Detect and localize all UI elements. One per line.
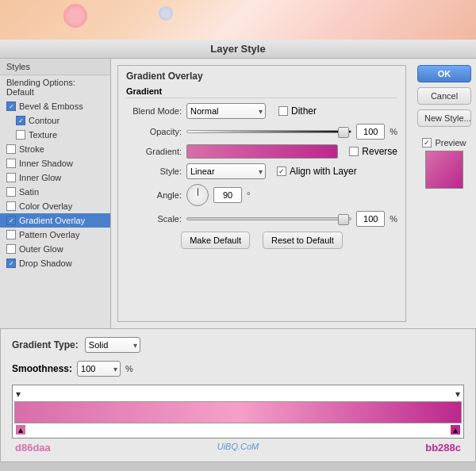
sidebar-item-pattern-overlay[interactable]: Pattern Overlay [0, 228, 110, 242]
preview-box [425, 151, 463, 189]
reset-to-default-button[interactable]: Reset to Default [263, 232, 343, 249]
sidebar-item-color-overlay[interactable]: Color Overlay [0, 199, 110, 213]
color-left-label: d86daa [15, 442, 51, 454]
reverse-checkbox[interactable] [349, 147, 359, 156]
style-select[interactable]: Linear Radial Angle Reflected Diamond [186, 163, 266, 179]
gradient-label: Gradient: [126, 147, 182, 156]
gradient-type-label: Gradient Type: [12, 339, 79, 350]
dialog-body: Styles Blending Options: DefaultBevel & … [0, 59, 476, 328]
reverse-label: Reverse [362, 146, 397, 157]
preview-section: Preview [417, 138, 471, 189]
sidebar-item-gradient-overlay[interactable]: Gradient Overlay [0, 213, 110, 228]
dither-checkbox[interactable] [278, 106, 288, 116]
sidebar-item-contour[interactable]: Contour [0, 113, 110, 128]
smoothness-select[interactable]: 100 75 50 25 [77, 361, 121, 377]
opacity-label: Opacity: [126, 127, 182, 136]
sidebar-label-stroke: Stroke [19, 144, 44, 154]
title-bar: Layer Style [0, 40, 476, 59]
reverse-group: Reverse [349, 146, 397, 157]
default-buttons-row: Make Default Reset to Default [126, 232, 397, 249]
checkbox-color-overlay[interactable] [6, 201, 16, 211]
sidebar-label-color-overlay: Color Overlay [19, 201, 72, 211]
sidebar-item-inner-shadow[interactable]: Inner Shadow [0, 156, 110, 170]
angle-unit: ° [247, 190, 250, 200]
top-arrow-right[interactable]: ▾ [455, 389, 460, 400]
checkbox-texture[interactable] [16, 130, 25, 140]
color-labels: d86daa UiBQ.CoM bb288c [12, 442, 464, 454]
preview-label-row: Preview [422, 138, 466, 147]
dialog-title: Layer Style [210, 43, 265, 55]
scale-slider[interactable] [186, 217, 351, 220]
dither-label: Dither [291, 105, 317, 117]
checkbox-inner-glow[interactable] [6, 173, 16, 182]
gradient-type-select[interactable]: Solid Noise [85, 337, 140, 353]
checkbox-outer-glow[interactable] [6, 244, 16, 254]
checkbox-inner-shadow[interactable] [6, 159, 16, 168]
watermark: UiBQ.CoM [217, 442, 259, 454]
sidebar-label-gradient-overlay: Gradient Overlay [19, 216, 85, 225]
checkbox-drop-shadow[interactable] [6, 258, 16, 268]
checkbox-stroke[interactable] [6, 144, 16, 154]
gradient-overlay-panel: Gradient Overlay Gradient Blend Mode: No… [117, 65, 406, 322]
cancel-button[interactable]: Cancel [417, 87, 471, 105]
gradient-type-select-wrapper[interactable]: Solid Noise [85, 337, 140, 353]
checkbox-satin[interactable] [6, 187, 16, 197]
align-label: Align with Layer [290, 166, 357, 177]
sidebar-item-outer-glow[interactable]: Outer Glow [0, 242, 110, 256]
opacity-row: Opacity: % [126, 124, 397, 140]
sidebar-item-drop-shadow[interactable]: Drop Shadow [0, 256, 110, 270]
scale-input[interactable] [356, 211, 385, 227]
bottom-arrow-right[interactable]: ▴ [451, 425, 460, 435]
make-default-button[interactable]: Make Default [181, 232, 250, 249]
checkbox-bevel-emboss[interactable] [6, 101, 16, 111]
sidebar-item-inner-glow[interactable]: Inner Glow [0, 170, 110, 185]
scale-thumb[interactable] [338, 214, 349, 225]
angle-input[interactable] [213, 187, 242, 203]
opacity-slider[interactable] [186, 130, 351, 133]
smoothness-select-wrapper[interactable]: 100 75 50 25 [77, 361, 121, 377]
sidebar-item-texture[interactable]: Texture [0, 128, 110, 142]
style-select-wrapper[interactable]: Linear Radial Angle Reflected Diamond [186, 163, 266, 179]
sidebar-label-blending-options: Blending Options: Default [6, 78, 104, 97]
sidebar: Styles Blending Options: DefaultBevel & … [0, 59, 111, 328]
scale-row: Scale: % [126, 211, 397, 227]
gradient-editor: ▾ ▾ ▴ ▴ [12, 385, 464, 438]
sidebar-label-inner-shadow: Inner Shadow [19, 159, 73, 168]
sidebar-label-texture: Texture [29, 130, 57, 140]
opacity-input[interactable] [356, 124, 385, 140]
opacity-thumb[interactable] [338, 127, 349, 138]
gradient-bar-editor [14, 401, 462, 423]
sidebar-title: Styles [0, 59, 110, 75]
panel-title: Gradient Overlay [126, 71, 397, 82]
bottom-arrows-row: ▴ ▴ [14, 423, 462, 435]
color-right-label: bb288c [425, 442, 461, 454]
preview-checkbox[interactable] [422, 138, 432, 147]
angle-row: Angle: ° [126, 184, 397, 206]
scale-unit: % [390, 214, 397, 224]
checkbox-contour[interactable] [16, 116, 25, 125]
sidebar-item-satin[interactable]: Satin [0, 185, 110, 199]
scale-label: Scale: [126, 214, 182, 224]
angle-dial[interactable] [186, 184, 209, 206]
bottom-arrow-left[interactable]: ▴ [16, 425, 25, 435]
ok-button[interactable]: OK [417, 65, 471, 82]
blend-mode-select[interactable]: Normal Dissolve Multiply Screen [186, 103, 266, 119]
sidebar-item-stroke[interactable]: Stroke [0, 142, 110, 156]
sidebar-label-drop-shadow: Drop Shadow [19, 258, 72, 268]
align-checkbox[interactable] [277, 167, 286, 176]
sidebar-item-bevel-emboss[interactable]: Bevel & Emboss [0, 99, 110, 113]
new-style-button[interactable]: New Style... [417, 109, 471, 127]
top-arrows-row: ▾ ▾ [14, 389, 462, 401]
gradient-preview[interactable] [186, 144, 338, 159]
dither-group: Dither [278, 105, 317, 117]
checkbox-gradient-overlay[interactable] [6, 216, 16, 225]
style-label: Style: [126, 167, 182, 176]
sidebar-item-blending-options[interactable]: Blending Options: Default [0, 75, 110, 99]
blend-mode-select-wrapper[interactable]: Normal Dissolve Multiply Screen [186, 103, 266, 119]
smoothness-row: Smoothness: 100 75 50 25 % [12, 361, 464, 377]
preview-label: Preview [435, 138, 466, 147]
action-buttons-panel: OK Cancel New Style... Preview [413, 59, 476, 328]
sidebar-label-bevel-emboss: Bevel & Emboss [19, 101, 83, 111]
checkbox-pattern-overlay[interactable] [6, 230, 16, 239]
top-arrow-left[interactable]: ▾ [16, 389, 21, 400]
